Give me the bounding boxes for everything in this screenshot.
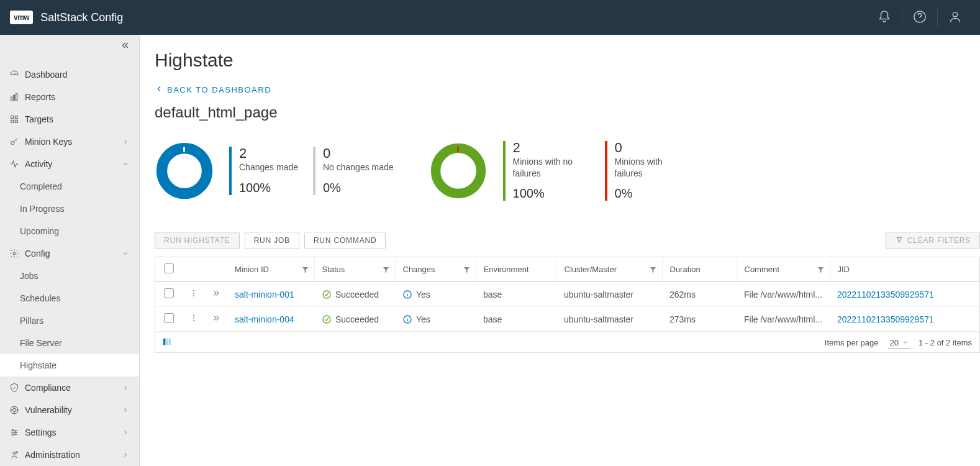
vmware-logo: vmw bbox=[10, 11, 33, 24]
svg-point-14 bbox=[15, 432, 17, 434]
svg-point-22 bbox=[193, 290, 194, 291]
sidebar-item-label: Config bbox=[25, 249, 50, 258]
status-header[interactable]: Status bbox=[314, 257, 395, 282]
columns-picker-button[interactable] bbox=[163, 337, 173, 347]
stat-percent: 100% bbox=[239, 181, 298, 195]
changes-cell: Yes bbox=[395, 307, 476, 332]
vulnerability-icon bbox=[9, 404, 20, 416]
svg-rect-3 bbox=[14, 95, 15, 100]
chevron-right-icon bbox=[122, 428, 130, 437]
sidebar-collapse-button[interactable] bbox=[0, 35, 139, 57]
sidebar-item-upcoming[interactable]: Upcoming bbox=[0, 220, 139, 242]
back-to-dashboard-link[interactable]: BACK TO DASHBOARD bbox=[155, 85, 271, 95]
svg-point-28 bbox=[193, 318, 194, 319]
compliance-icon bbox=[9, 382, 20, 393]
svg-rect-32 bbox=[163, 339, 166, 345]
sidebar-item-compliance[interactable]: Compliance bbox=[0, 377, 139, 399]
filter-icon[interactable] bbox=[463, 266, 471, 273]
sidebar-item-pillars[interactable]: Pillars bbox=[0, 309, 139, 332]
chevron-double-left-icon bbox=[120, 40, 130, 52]
row-actions[interactable] bbox=[183, 282, 205, 307]
help-button[interactable] bbox=[905, 0, 935, 35]
changes-header[interactable]: Changes bbox=[395, 257, 476, 282]
jid-header[interactable]: JID bbox=[830, 257, 979, 282]
jid-cell[interactable]: 20221102133509929571 bbox=[830, 282, 979, 307]
chevron-down-icon bbox=[122, 249, 130, 258]
minion-id-cell[interactable]: salt-minion-004 bbox=[227, 307, 314, 332]
jid-cell[interactable]: 20221102133509929571 bbox=[830, 307, 979, 332]
sidebar-item-in-progress[interactable]: In Progress bbox=[0, 198, 139, 220]
page-title: Highstate bbox=[155, 50, 980, 71]
sidebar-item-dashboard[interactable]: Dashboard bbox=[0, 63, 139, 86]
table-row: salt-minion-004SucceededYesbaseubuntu-sa… bbox=[155, 307, 979, 332]
user-menu-button[interactable] bbox=[940, 0, 970, 35]
minion-id-cell[interactable]: salt-minion-001 bbox=[227, 282, 314, 307]
filter-icon[interactable] bbox=[383, 266, 390, 273]
run-command-button[interactable]: RUN COMMAND bbox=[304, 232, 386, 249]
comment-header[interactable]: Comment bbox=[737, 257, 830, 282]
row-select[interactable] bbox=[155, 282, 183, 307]
svg-point-16 bbox=[13, 452, 16, 454]
minion-id-header[interactable]: Minion ID bbox=[227, 257, 314, 282]
row-expand[interactable] bbox=[205, 282, 227, 307]
sidebar-item-jobs[interactable]: Jobs bbox=[0, 265, 139, 287]
sidebar-item-settings[interactable]: Settings bbox=[0, 421, 139, 444]
checkbox-icon[interactable] bbox=[164, 263, 174, 273]
sidebar-item-administration[interactable]: Administration bbox=[0, 444, 139, 466]
cluster-header[interactable]: Cluster/Master bbox=[556, 257, 662, 282]
items-per-page-select[interactable]: 20 bbox=[887, 338, 910, 347]
stat-label: Minions with failures bbox=[615, 156, 692, 178]
sidebar-item-label: Administration bbox=[25, 450, 80, 460]
svg-point-15 bbox=[12, 434, 14, 436]
svg-point-30 bbox=[323, 316, 330, 323]
environment-header[interactable]: Environment bbox=[476, 257, 556, 282]
row-actions[interactable] bbox=[183, 307, 205, 332]
filter-icon[interactable] bbox=[302, 266, 309, 273]
sidebar-item-reports[interactable]: Reports bbox=[0, 86, 139, 108]
sidebar-item-vulnerability[interactable]: Vulnerability bbox=[0, 399, 139, 421]
filter-icon[interactable] bbox=[650, 266, 657, 273]
duration-cell: 262ms bbox=[662, 282, 737, 307]
run-job-button[interactable]: RUN JOB bbox=[245, 232, 299, 249]
header-label: JID bbox=[838, 265, 850, 274]
svg-rect-5 bbox=[11, 116, 14, 119]
header-separator bbox=[937, 9, 938, 26]
no-changes-stat: 0 No changes made 0% bbox=[313, 147, 394, 194]
sidebar-item-config[interactable]: Config bbox=[0, 242, 139, 265]
sidebar-item-label: Settings bbox=[25, 427, 57, 437]
svg-point-25 bbox=[323, 291, 330, 298]
sidebar-item-highstate[interactable]: Highstate bbox=[0, 354, 139, 377]
sidebar-item-activity[interactable]: Activity bbox=[0, 153, 139, 175]
sidebar-item-targets[interactable]: Targets bbox=[0, 108, 139, 130]
checkbox-icon[interactable] bbox=[164, 288, 174, 298]
sidebar-item-file-server[interactable]: File Server bbox=[0, 332, 139, 354]
sidebar-item-minion-keys[interactable]: Minion Keys bbox=[0, 130, 139, 153]
app-header: vmw SaltStack Config bbox=[0, 0, 980, 35]
row-expand[interactable] bbox=[205, 307, 227, 332]
checkbox-icon[interactable] bbox=[164, 313, 174, 323]
row-select[interactable] bbox=[155, 307, 183, 332]
info-icon bbox=[402, 314, 412, 324]
subtitle: default_html_page bbox=[155, 104, 980, 121]
items-per-page-value: 20 bbox=[887, 337, 910, 349]
chevron-right-icon bbox=[122, 137, 130, 146]
sidebar-item-label: Targets bbox=[25, 114, 53, 124]
targets-icon bbox=[9, 114, 20, 125]
cluster-cell: ubuntu-saltmaster bbox=[556, 282, 662, 307]
svg-point-13 bbox=[12, 429, 14, 431]
user-icon bbox=[948, 10, 962, 25]
select-all-header[interactable] bbox=[155, 257, 183, 282]
environment-cell: base bbox=[476, 282, 556, 307]
notifications-button[interactable] bbox=[869, 0, 899, 35]
chevron-right-icon bbox=[122, 450, 130, 459]
sidebar-item-completed[interactable]: Completed bbox=[0, 175, 139, 198]
duration-header[interactable]: Duration bbox=[662, 257, 737, 282]
sidebar: DashboardReportsTargetsMinion KeysActivi… bbox=[0, 35, 140, 466]
minions-stat-group: 2 Minions with no failures 100% 0 Minion… bbox=[429, 141, 692, 201]
svg-rect-4 bbox=[16, 94, 17, 101]
filter-icon[interactable] bbox=[817, 266, 825, 273]
header-logo: vmw SaltStack Config bbox=[10, 11, 123, 24]
clear-filters-button[interactable]: CLEAR FILTERS bbox=[886, 232, 980, 249]
run-highstate-button[interactable]: RUN HIGHSTATE bbox=[155, 232, 240, 249]
sidebar-item-schedules[interactable]: Schedules bbox=[0, 287, 139, 309]
